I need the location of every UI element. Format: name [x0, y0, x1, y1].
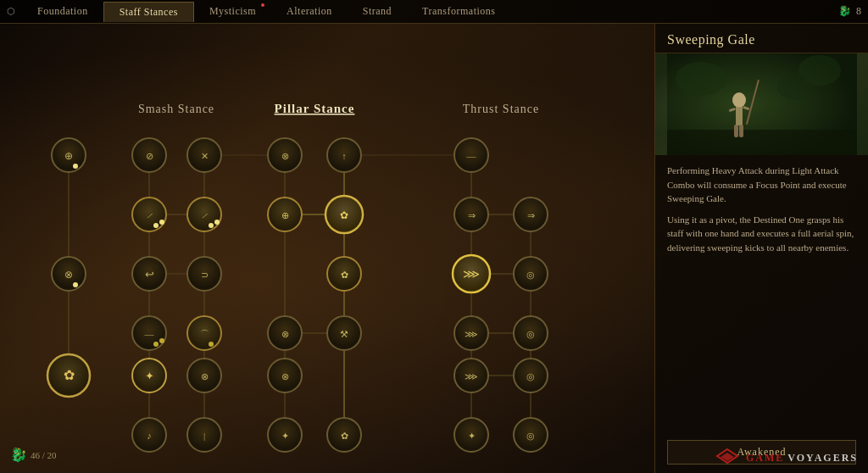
svg-point-128 — [732, 92, 746, 108]
nav-item-staff-stances[interactable]: Staff Stances — [103, 2, 194, 22]
panel-scene-svg — [667, 53, 857, 155]
svg-rect-132 — [734, 125, 738, 137]
nav-item-strand[interactable]: Strand — [348, 2, 407, 21]
svg-text:✕: ✕ — [201, 151, 209, 161]
svg-text:✦: ✦ — [468, 431, 476, 441]
currency-icon: 🐉 — [10, 447, 27, 463]
svg-text:⟋: ⟋ — [200, 210, 209, 220]
main-area: ⊕ ⊗ ✿ ⊘ ✕ ⟋ — [0, 24, 868, 473]
skill-tree-area: ⊕ ⊗ ✿ ⊘ ✕ ⟋ — [0, 24, 654, 473]
svg-text:◎: ◎ — [526, 431, 535, 441]
svg-text:♪: ♪ — [147, 431, 152, 441]
nav-right-area: 🐉 8 — [838, 5, 861, 18]
svg-rect-133 — [739, 125, 743, 137]
nav-dot-mysticism — [261, 3, 264, 7]
nav-item-transformations[interactable]: Transformations — [407, 2, 510, 21]
svg-point-58 — [214, 220, 220, 225]
panel-description: Performing Heavy Attack during Light Att… — [655, 155, 868, 440]
svg-text:◎: ◎ — [526, 270, 535, 280]
svg-text:⊗: ⊗ — [64, 269, 73, 281]
svg-text:⇒: ⇒ — [527, 210, 535, 220]
right-panel: Sweeping Gale — [654, 24, 868, 473]
svg-point-53 — [153, 223, 159, 228]
svg-text:—: — — [144, 329, 155, 339]
svg-point-57 — [209, 223, 214, 228]
nav-item-mysticism[interactable]: Mysticism — [194, 2, 271, 21]
svg-text:◎: ◎ — [526, 329, 535, 339]
panel-image — [655, 53, 868, 155]
currency-display: 🐉 46 / 20 — [10, 447, 57, 463]
watermark: GAME VOYAGERS — [715, 448, 858, 466]
svg-text:—: — — [466, 151, 477, 161]
svg-point-66 — [159, 338, 164, 343]
panel-desc-2: Using it as a pivot, the Destined One gr… — [667, 213, 856, 255]
nav-item-foundation[interactable]: Foundation — [22, 2, 103, 21]
svg-text:⊗: ⊗ — [281, 371, 289, 381]
svg-text:✿: ✿ — [340, 209, 348, 221]
svg-text:⌒: ⌒ — [200, 329, 209, 339]
watermark-text: GAME VOYAGERS — [746, 449, 858, 465]
svg-text:⋙: ⋙ — [463, 268, 480, 281]
svg-text:⋙: ⋙ — [465, 329, 478, 339]
svg-text:✦: ✦ — [281, 431, 289, 441]
svg-rect-129 — [736, 107, 743, 125]
svg-text:⊃: ⊃ — [201, 270, 209, 280]
svg-text:↑: ↑ — [342, 151, 347, 161]
watermark-icon — [715, 448, 739, 466]
svg-point-126 — [777, 75, 811, 100]
svg-text:⊘: ⊘ — [146, 151, 153, 161]
watermark-game: GAME — [746, 452, 784, 464]
panel-title: Sweeping Gale — [655, 24, 868, 53]
svg-point-54 — [159, 220, 164, 225]
nav-item-alteration[interactable]: Alteration — [271, 2, 348, 21]
currency-amount: 46 / 20 — [31, 450, 57, 460]
top-navigation: ⬡ Foundation Staff Stances Mysticism Alt… — [0, 0, 868, 24]
svg-text:Smash Stance: Smash Stance — [138, 103, 214, 115]
svg-text:⚒: ⚒ — [340, 329, 348, 339]
svg-point-41 — [73, 164, 78, 169]
svg-point-69 — [209, 342, 214, 347]
skill-tree-svg: ⊕ ⊗ ✿ ⊘ ✕ ⟋ — [0, 24, 654, 473]
svg-text:✿: ✿ — [64, 368, 75, 382]
watermark-voyagers: VOYAGERS — [787, 452, 858, 464]
svg-text:Thrust Stance: Thrust Stance — [463, 103, 539, 115]
svg-text:⇒: ⇒ — [468, 210, 476, 220]
svg-point-44 — [73, 282, 78, 287]
svg-text:⊗: ⊗ — [201, 371, 209, 381]
svg-text:|: | — [203, 431, 205, 441]
svg-text:Pillar Stance: Pillar Stance — [275, 102, 355, 115]
svg-text:↩: ↩ — [145, 268, 154, 281]
svg-text:⊕: ⊕ — [64, 150, 73, 162]
svg-text:⊕: ⊕ — [281, 210, 289, 220]
panel-desc-1: Performing Heavy Attack during Light Att… — [667, 164, 856, 206]
svg-point-124 — [676, 62, 726, 96]
svg-text:⟋: ⟋ — [145, 210, 154, 220]
svg-text:✿: ✿ — [341, 270, 348, 280]
left-nav-icon: ⬡ — [7, 6, 15, 17]
dragon-icon: 🐉 — [838, 5, 851, 18]
svg-text:✿: ✿ — [341, 431, 348, 441]
svg-text:⊗: ⊗ — [281, 329, 289, 339]
svg-text:◎: ◎ — [526, 371, 535, 381]
svg-text:⋙: ⋙ — [465, 371, 478, 381]
svg-rect-127 — [667, 130, 857, 155]
svg-point-65 — [153, 342, 159, 347]
svg-text:✦: ✦ — [145, 370, 154, 382]
svg-text:⊗: ⊗ — [281, 151, 289, 161]
